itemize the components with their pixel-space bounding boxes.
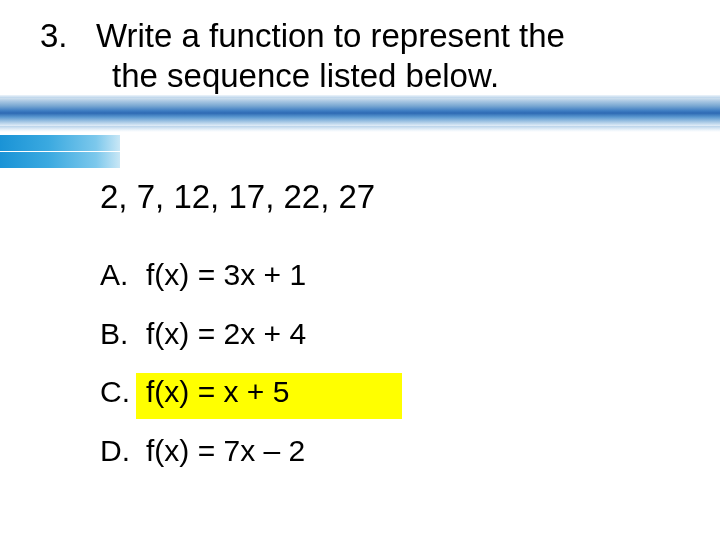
choice-a-text: f(x) = 3x + 1 bbox=[146, 258, 306, 291]
question-line-1-text: Write a function to represent the bbox=[96, 17, 565, 54]
choice-c-letter: C. bbox=[100, 375, 146, 410]
choice-b: B.f(x) = 2x + 4 bbox=[100, 317, 306, 352]
decor-stripe-1 bbox=[0, 135, 120, 151]
choice-c: C.f(x) = x + 5 bbox=[100, 375, 306, 410]
choice-d-text: f(x) = 7x – 2 bbox=[146, 434, 305, 467]
header-band bbox=[0, 98, 720, 126]
choice-d: D.f(x) = 7x – 2 bbox=[100, 434, 306, 469]
question-text: 3.Write a function to represent the the … bbox=[40, 16, 680, 97]
choice-a: A.f(x) = 3x + 1 bbox=[100, 258, 306, 293]
question-line-2: the sequence listed below. bbox=[40, 56, 680, 96]
question-line-1: 3.Write a function to represent the bbox=[40, 16, 680, 56]
choice-b-letter: B. bbox=[100, 317, 146, 352]
slide: 3.Write a function to represent the the … bbox=[0, 0, 720, 540]
sequence-values: 2, 7, 12, 17, 22, 27 bbox=[100, 178, 375, 216]
choice-c-text: f(x) = x + 5 bbox=[146, 375, 289, 408]
choice-d-letter: D. bbox=[100, 434, 146, 469]
choice-b-text: f(x) = 2x + 4 bbox=[146, 317, 306, 350]
answer-choices: A.f(x) = 3x + 1 B.f(x) = 2x + 4 C.f(x) =… bbox=[100, 258, 306, 492]
choice-a-letter: A. bbox=[100, 258, 146, 293]
decor-stripe-2 bbox=[0, 152, 120, 168]
question-number: 3. bbox=[40, 16, 96, 56]
